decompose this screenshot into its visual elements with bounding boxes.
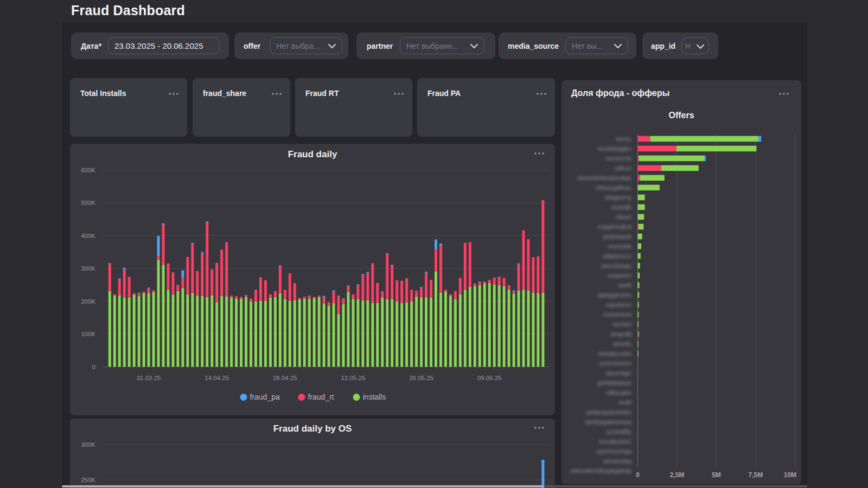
svg-text:2,5M: 2,5M <box>670 471 685 479</box>
svg-text:5M: 5M <box>712 471 721 479</box>
svg-text:12.05.25: 12.05.25 <box>341 374 366 381</box>
svg-text:10M: 10M <box>784 471 796 479</box>
svg-text:fraud_rt: fraud_rt <box>308 393 334 401</box>
svg-text:600K: 600K <box>81 166 95 173</box>
svg-text:26.05.25: 26.05.25 <box>409 374 433 381</box>
svg-text:400K: 400K <box>81 232 95 239</box>
svg-text:09.06.25: 09.06.25 <box>477 374 502 381</box>
svg-text:100K: 100K <box>81 331 95 337</box>
svg-text:31.03.25: 31.03.25 <box>137 374 161 381</box>
svg-text:500K: 500K <box>81 200 95 206</box>
svg-text:28.04.25: 28.04.25 <box>273 374 297 381</box>
svg-text:200K: 200K <box>81 298 95 304</box>
svg-text:300K: 300K <box>81 265 95 272</box>
svg-text:fraud_pa: fraud_pa <box>250 393 280 401</box>
svg-text:0: 0 <box>92 363 95 370</box>
svg-text:installs: installs <box>363 393 386 401</box>
svg-text:14.04.25: 14.04.25 <box>205 374 229 381</box>
svg-text:0: 0 <box>636 471 640 479</box>
svg-text:7,5M: 7,5M <box>749 471 763 479</box>
svg-text:250K: 250K <box>81 477 95 483</box>
svg-text:300K: 300K <box>81 441 95 448</box>
